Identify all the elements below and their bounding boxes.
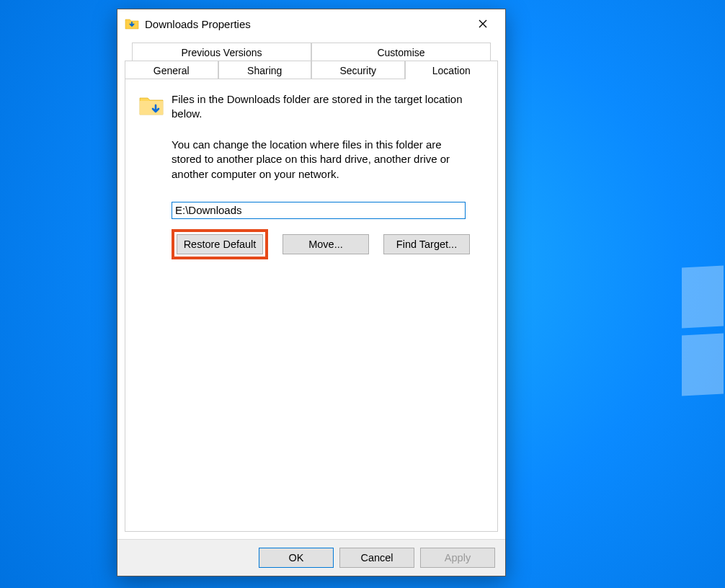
tab-customise[interactable]: Customise [311,43,491,61]
highlight-annotation: Restore Default [172,229,268,259]
move-button[interactable]: Move... [283,234,369,254]
close-button[interactable] [466,12,499,35]
close-icon [479,19,487,28]
cancel-button[interactable]: Cancel [339,548,414,568]
apply-button[interactable]: Apply [420,548,495,568]
location-path-input[interactable] [172,202,466,219]
tab-location[interactable]: Location [405,61,499,79]
tab-security[interactable]: Security [311,61,405,79]
tab-panel-location: Files in the Downloads folder are stored… [125,79,498,532]
find-target-button[interactable]: Find Target... [383,234,470,254]
dialog-footer: OK Cancel Apply [117,539,505,576]
properties-dialog: Downloads Properties Previous Versions C… [117,9,506,576]
description-text: You can change the location where files … [172,138,460,182]
windows-logo [682,267,725,396]
tab-sharing[interactable]: Sharing [218,61,312,79]
downloads-folder-large-icon [138,92,164,118]
tab-strip: Previous Versions Customise General Shar… [125,43,498,79]
titlebar[interactable]: Downloads Properties [117,9,505,38]
ok-button[interactable]: OK [259,548,334,568]
restore-default-button[interactable]: Restore Default [177,234,263,254]
desktop-background: Downloads Properties Previous Versions C… [0,0,725,588]
downloads-folder-icon [125,17,139,31]
window-title: Downloads Properties [145,18,466,30]
info-text: Files in the Downloads folder are stored… [172,92,484,120]
tab-general[interactable]: General [125,61,218,79]
tab-previous-versions[interactable]: Previous Versions [132,43,311,61]
